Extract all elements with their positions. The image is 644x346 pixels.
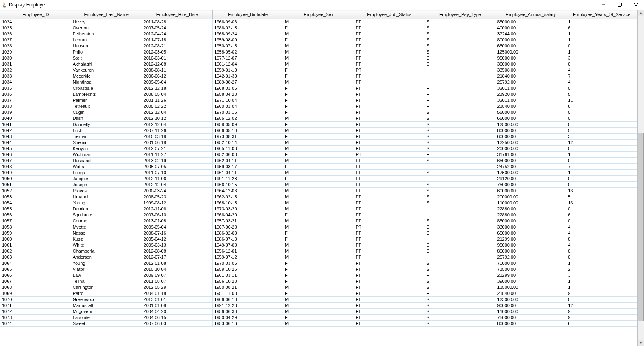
table-cell[interactable]: M	[283, 194, 354, 200]
table-cell[interactable]: H	[425, 67, 495, 73]
table-cell[interactable]: 2009-09-07	[142, 272, 213, 278]
table-cell[interactable]: S	[425, 309, 495, 315]
table-cell[interactable]: M	[283, 303, 354, 309]
table-cell[interactable]: 1968-10-15	[213, 200, 283, 206]
table-cell[interactable]: 1959-03-17	[213, 164, 283, 170]
table-cell[interactable]: Kenyon	[71, 146, 142, 152]
table-row[interactable]: 1040Dash2012-10-121985-12-02MFTS65000.00…	[0, 115, 637, 122]
table-cell[interactable]: 1959-07-12	[213, 254, 283, 260]
table-cell[interactable]: F	[283, 266, 354, 272]
table-row[interactable]: 1062Chamberlai2012-08-081956-12-01MFTS80…	[0, 248, 637, 254]
table-cell[interactable]: PT	[354, 152, 425, 158]
table-cell[interactable]: FT	[354, 115, 425, 122]
table-cell[interactable]: 2013-01-01	[142, 297, 213, 303]
minimize-button[interactable]	[596, 0, 612, 10]
table-cell[interactable]: 200000.00	[495, 146, 566, 152]
table-cell[interactable]: 1058	[0, 224, 71, 230]
table-cell[interactable]: 32011.00	[495, 97, 566, 103]
table-cell[interactable]: 2001-06-18	[142, 140, 213, 146]
table-cell[interactable]: 2012-12-04	[142, 122, 213, 128]
table-cell[interactable]: Watts	[71, 164, 142, 170]
table-cell[interactable]: 2012-12-08	[142, 61, 213, 67]
table-cell[interactable]: 2012-12-18	[142, 85, 213, 91]
table-cell[interactable]: 1036	[0, 91, 71, 97]
table-cell[interactable]: 2007-05-24	[142, 25, 213, 31]
table-cell[interactable]: 1052	[0, 188, 71, 194]
table-cell[interactable]: 1043	[0, 134, 71, 140]
table-cell[interactable]: M	[283, 79, 354, 85]
table-cell[interactable]: Husband	[71, 158, 142, 164]
table-cell[interactable]: 1072	[0, 309, 71, 315]
table-cell[interactable]: 2012-07-17	[142, 254, 213, 260]
table-cell[interactable]: 33000.00	[495, 224, 566, 230]
table-cell[interactable]: Young	[71, 260, 142, 266]
table-row[interactable]: 1072Mcgovern2004-04-201956-06-30MFTS1100…	[0, 309, 637, 315]
table-cell[interactable]: 2	[566, 266, 637, 272]
table-cell[interactable]: 1	[566, 49, 637, 55]
table-cell[interactable]: S	[425, 188, 495, 194]
table-cell[interactable]: Lucht	[71, 128, 142, 134]
table-row[interactable]: 1064Young2012-01-081970-03-06FFTS70000.0…	[0, 260, 637, 266]
table-cell[interactable]: FT	[354, 248, 425, 254]
table-cell[interactable]: 1986-02-15	[213, 25, 283, 31]
table-cell[interactable]: 13	[566, 200, 637, 206]
table-cell[interactable]: FT	[354, 236, 425, 242]
table-cell[interactable]: 1034	[0, 79, 71, 85]
table-row[interactable]: 1054Young1999-08-121968-10-15MFTS110000.…	[0, 200, 637, 206]
table-cell[interactable]: 4	[566, 230, 637, 236]
table-cell[interactable]: 65000.00	[495, 115, 566, 122]
table-cell[interactable]: 1968-09-24	[213, 31, 283, 37]
table-cell[interactable]: 2010-03-01	[142, 55, 213, 61]
table-cell[interactable]: 1049	[0, 170, 71, 176]
table-cell[interactable]: 3	[566, 55, 637, 61]
table-cell[interactable]: 1	[566, 284, 637, 290]
table-cell[interactable]: 1	[566, 37, 637, 43]
table-cell[interactable]: 31761.00	[495, 152, 566, 158]
table-cell[interactable]: 1056	[0, 212, 71, 218]
table-cell[interactable]: 0	[566, 115, 637, 122]
table-cell[interactable]: 1950-07-15	[213, 43, 283, 49]
table-cell[interactable]: F	[283, 272, 354, 278]
table-cell[interactable]: FT	[354, 103, 425, 109]
table-cell[interactable]: H	[425, 212, 495, 218]
table-cell[interactable]: 6	[566, 321, 637, 327]
table-cell[interactable]: Greenwood	[71, 297, 142, 303]
table-cell[interactable]: H	[425, 73, 495, 79]
table-cell[interactable]: 0	[566, 254, 637, 260]
table-cell[interactable]: H	[425, 91, 495, 97]
table-cell[interactable]: Palmer	[71, 97, 142, 103]
table-cell[interactable]: FT	[354, 73, 425, 79]
table-cell[interactable]: FT	[354, 85, 425, 91]
table-cell[interactable]: FT	[354, 206, 425, 212]
table-cell[interactable]: 11	[566, 97, 637, 103]
table-row[interactable]: 1031Akhalaghi2012-12-081961-12-04MFTS360…	[0, 61, 637, 67]
table-cell[interactable]: 2012-04-24	[142, 31, 213, 37]
table-cell[interactable]: FT	[354, 31, 425, 37]
table-cell[interactable]: 2011-07-10	[142, 170, 213, 176]
table-cell[interactable]: FT	[354, 272, 425, 278]
table-cell[interactable]: M	[283, 188, 354, 194]
table-cell[interactable]: 115000.00	[495, 284, 566, 290]
table-cell[interactable]: FT	[354, 212, 425, 218]
table-cell[interactable]: M	[283, 146, 354, 152]
table-cell[interactable]: FT	[354, 182, 425, 188]
table-cell[interactable]: 21840.00	[495, 73, 566, 79]
table-cell[interactable]: 2011-08-28	[142, 19, 213, 25]
table-cell[interactable]: S	[425, 146, 495, 152]
table-cell[interactable]: 75000.00	[495, 315, 566, 321]
table-cell[interactable]: 1953-06-16	[213, 321, 283, 327]
table-cell[interactable]: 21299.00	[495, 272, 566, 278]
table-cell[interactable]: 4	[566, 242, 637, 248]
table-cell[interactable]: S	[425, 230, 495, 236]
table-cell[interactable]: 1950-04-29	[213, 315, 283, 321]
table-row[interactable]: 1049Longa2011-07-101961-04-11MFTS175000.…	[0, 170, 637, 176]
table-cell[interactable]: 1025	[0, 25, 71, 31]
table-cell[interactable]: FT	[354, 284, 425, 290]
table-cell[interactable]: 1959-10-25	[213, 266, 283, 272]
table-cell[interactable]: 1957-03-21	[213, 218, 283, 224]
table-row[interactable]: 1039Cugini2012-12-041970-01-16FFTS55000.…	[0, 109, 637, 115]
table-cell[interactable]: S	[425, 224, 495, 230]
table-cell[interactable]: FT	[354, 321, 425, 327]
table-cell[interactable]: 2012-12-04	[142, 182, 213, 188]
scroll-up-button[interactable]	[638, 10, 644, 16]
